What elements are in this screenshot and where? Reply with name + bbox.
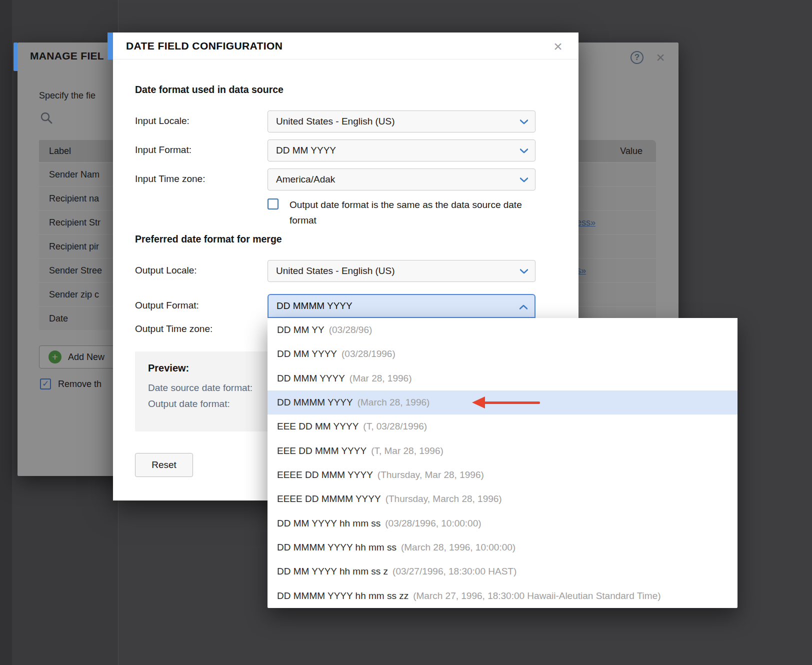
option-example: (March 28, 1996, 10:00:00) [401, 542, 516, 553]
preview-source-format-label: Date source date format: [148, 382, 252, 394]
option-example: (03/27/1996, 18:30:00 HAST) [392, 566, 516, 577]
output-format-dropdown-list: DD MM YY (03/28/96) DD MM YYYY (03/28/19… [268, 318, 738, 608]
dropdown-option[interactable]: DD MM YYYY (03/28/1996) [268, 342, 738, 366]
section-heading-input: Date format used in data source [135, 84, 284, 96]
output-locale-label: Output Locale: [135, 265, 197, 276]
dialog-accent-bar [14, 42, 18, 71]
input-format-value: DD MM YYYY [276, 145, 336, 156]
dropdown-option-selected[interactable]: DD MMMM YYYY (March 28, 1996) [268, 390, 738, 414]
modal-header: DATE FIELD CONFIGURATION × [113, 32, 578, 60]
option-example: (03/28/1996) [342, 348, 396, 360]
same-format-checkbox-label: Output date format is the same as the da… [290, 197, 542, 228]
option-format: EEE DD MMM YYYY [277, 446, 366, 456]
chevron-up-icon [520, 304, 528, 310]
option-example: (03/28/1996, 10:00:00) [385, 518, 481, 529]
close-icon[interactable]: × [550, 38, 566, 55]
option-example: (T, Mar 28, 1996) [371, 446, 444, 456]
input-locale-value: United States - English (US) [276, 116, 395, 127]
reset-button[interactable]: Reset [135, 453, 193, 477]
output-format-select-open[interactable]: DD MMMM YYYY [268, 294, 536, 318]
dropdown-option[interactable]: DD MM YYYY hh mm ss (03/28/1996, 10:00:0… [268, 512, 738, 536]
option-format: EEEE DD MMMM YYYY [277, 494, 381, 504]
preview-output-format-label: Output date format: [148, 398, 230, 410]
dropdown-option[interactable]: DD MMMM YYYY hh mm ss (March 28, 1996, 1… [268, 536, 738, 560]
app-background-left-strip [0, 0, 12, 665]
dropdown-option[interactable]: DD MMM YYYY (Mar 28, 1996) [268, 366, 738, 390]
input-locale-label: Input Locale: [135, 116, 190, 126]
option-format: DD MM YYYY hh mm ss [277, 518, 380, 529]
chevron-down-icon [520, 120, 528, 124]
dropdown-option[interactable]: DD MMMM YYYY hh mm ss zz (March 27, 1996… [268, 584, 738, 608]
option-format: DD MM YYYY hh mm ss z [277, 566, 388, 577]
input-timezone-value: America/Adak [276, 174, 335, 185]
red-arrow-annotation [472, 396, 540, 408]
option-format: DD MMMM YYYY hh mm ss [277, 542, 396, 553]
same-format-checkbox-row: Output date format is the same as the da… [268, 197, 542, 228]
option-example: (Mar 28, 1996) [350, 373, 412, 384]
section-heading-output: Preferred date format for merge [135, 234, 282, 245]
option-format: EEE DD MM YYYY [277, 421, 358, 432]
dropdown-option[interactable]: DD MM YY (03/28/96) [268, 318, 738, 342]
option-example: (Thursday, March 28, 1996) [386, 494, 502, 504]
input-timezone-select[interactable]: America/Adak [268, 168, 536, 190]
dropdown-option[interactable]: EEEE DD MMM YYYY (Thursday, Mar 28, 1996… [268, 463, 738, 487]
input-format-select[interactable]: DD MM YYYY [268, 140, 536, 162]
modal-title: DATE FIELD CONFIGURATION [126, 32, 282, 60]
input-locale-select[interactable]: United States - English (US) [268, 110, 536, 132]
chevron-down-icon [520, 178, 528, 182]
chevron-down-icon [520, 269, 528, 274]
modal-accent-bar [108, 32, 113, 60]
option-format: DD MMM YYYY [277, 373, 345, 384]
option-format: DD MMMM YYYY [277, 397, 353, 408]
dropdown-option[interactable]: EEE DD MM YYYY (T, 03/28/1996) [268, 414, 738, 438]
chevron-down-icon [520, 148, 528, 154]
preview-heading: Preview: [148, 362, 189, 374]
option-format: DD MMMM YYYY hh mm ss zz [277, 590, 408, 602]
option-example: (T, 03/28/1996) [363, 421, 427, 432]
output-format-label: Output Format: [135, 300, 199, 311]
output-format-value: DD MMMM YYYY [276, 300, 352, 312]
option-example: (03/28/96) [329, 324, 372, 336]
option-example: (March 28, 1996) [358, 397, 430, 408]
option-example: (March 27, 1996, 18:30:00 Hawaii-Aleutia… [413, 590, 660, 602]
option-format: DD MM YYYY [277, 348, 337, 360]
option-example: (Thursday, Mar 28, 1996) [378, 470, 484, 480]
dropdown-option[interactable]: EEEE DD MMMM YYYY (Thursday, March 28, 1… [268, 487, 738, 511]
input-timezone-label: Input Time zone: [135, 174, 205, 184]
dropdown-option[interactable]: DD MM YYYY hh mm ss z (03/27/1996, 18:30… [268, 560, 738, 584]
checkbox-unchecked[interactable] [268, 198, 278, 210]
output-locale-select[interactable]: United States - English (US) [268, 260, 536, 282]
output-timezone-label: Output Time zone: [135, 324, 212, 334]
output-locale-value: United States - English (US) [276, 266, 395, 276]
dropdown-option[interactable]: EEE DD MMM YYYY (T, Mar 28, 1996) [268, 439, 738, 463]
option-format: DD MM YY [277, 324, 324, 336]
option-format: EEEE DD MMM YYYY [277, 470, 373, 480]
input-format-label: Input Format: [135, 144, 192, 156]
